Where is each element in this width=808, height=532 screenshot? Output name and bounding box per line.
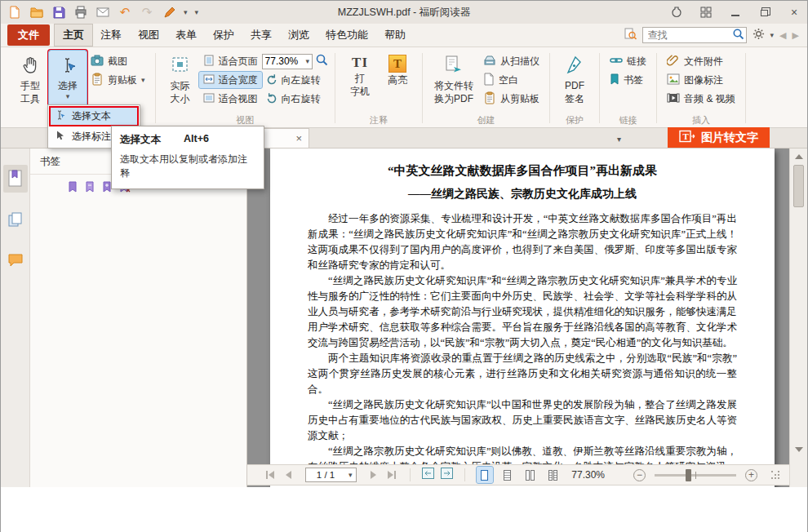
undo-icon[interactable]: ↶ [118,5,132,20]
tab-view[interactable]: 视图 [130,24,167,46]
pdf-sign-button[interactable]: PDF 签名 [556,51,593,108]
tab-comment[interactable]: 注释 [92,24,130,46]
prev-page-button[interactable] [286,471,291,479]
close-tab-icon[interactable]: × [295,134,302,144]
zoom-slider[interactable] [655,474,736,477]
image-annotation-button[interactable]: 图像标注 [663,72,739,88]
find-next-icon[interactable]: ▶ [792,30,799,41]
customize-toolbar-caret-icon[interactable]: ▾ [195,9,199,16]
select-text-icon [55,109,66,123]
tab-help[interactable]: 帮助 [376,24,414,46]
document-page[interactable]: “中英文丝路文献数据库多国合作项目”再出新成果 ——丝绸之路民族、宗教历史文化库… [270,149,775,487]
tab-list-caret-icon[interactable]: ▾ [617,135,621,144]
search-icon[interactable] [732,28,744,43]
email-icon[interactable] [95,5,110,20]
tab-form[interactable]: 表单 [167,24,205,46]
zoom-slider-thumb[interactable] [686,469,691,481]
account-icon[interactable] [670,6,683,19]
page-number-box[interactable]: 1 / 1 ▾ [305,468,357,482]
layout-single-icon[interactable] [477,467,493,483]
tooltip-shortcut: Alt+6 [184,133,209,147]
tab-file[interactable]: 文件 [7,24,50,46]
fit-page-button[interactable]: 适合页面 [199,53,262,69]
blank-page-button[interactable]: 空白 [479,72,544,88]
link-button[interactable]: 链接 [606,53,650,69]
new-file-icon[interactable] [7,5,22,20]
tab-protect[interactable]: 保护 [205,24,242,46]
zoom-level-input[interactable] [265,55,306,67]
fit-column: 适合页面 适合宽度 适合视图 [199,51,262,107]
tab-browse[interactable]: 浏览 [280,24,317,46]
from-scanner-button[interactable]: 从扫描仪 [479,53,544,69]
clipboard-caret-icon: ▾ [141,77,145,83]
clipboard-button[interactable]: 剪贴板 ▾ [87,72,149,88]
restore-icon[interactable] [758,6,771,19]
actual-size-button[interactable]: 实际 大小 [162,51,199,108]
actual-size-icon [171,55,190,78]
scrollbar-thumb[interactable] [793,165,804,207]
ocr-button[interactable]: T 图片转文字 [668,127,770,148]
window-controls: × [670,6,801,19]
snapshot-button[interactable]: 截图 [87,53,149,69]
zoom-caret-icon[interactable]: ▾ [306,58,310,64]
tooltip-description: 选取文本用以复制或者添加注释 [120,153,255,180]
resize-grip[interactable] [771,471,773,472]
doc-title: “中英文丝路文献数据库多国合作项目”再出新成果 [308,163,737,179]
file-attachment-button[interactable]: 文件附件 [663,53,739,69]
bookmark-tool-icon[interactable] [68,181,78,196]
open-folder-icon[interactable] [29,5,44,20]
zoom-in-button[interactable]: + [745,469,757,481]
next-view-icon[interactable] [441,468,453,482]
tooltip-title: 选择文本 [120,133,161,147]
nav-pages-icon[interactable] [3,206,28,233]
group-protect: PDF 签名 保护 [550,49,599,127]
scrollbar-down-icon[interactable] [790,443,807,456]
nav-comments-icon[interactable] [3,246,28,274]
from-clipboard-button[interactable]: 从剪贴板 [479,91,544,107]
audio-video-button[interactable]: 音频 & 视频 [663,91,739,107]
print-icon[interactable] [73,5,88,20]
tab-home[interactable]: 主页 [55,24,92,46]
previous-view-icon[interactable] [422,468,434,482]
page-caret-icon[interactable]: ▾ [349,472,353,478]
next-page-button[interactable] [371,471,376,479]
document-area[interactable]: “中英文丝路文献数据库多国合作项目”再出新成果 ——丝绸之路民族、宗教历史文化库… [247,149,789,487]
vertical-scrollbar[interactable] [789,149,807,487]
bookmark-tool-icon[interactable] [85,181,95,196]
fit-visible-button[interactable]: 适合视图 [199,91,262,107]
select-button[interactable]: 选择 ▾ [49,51,87,108]
tab-features[interactable]: 特色功能 [317,24,376,46]
settings-gear-icon[interactable] [753,28,765,43]
layout-facing-continuous-icon[interactable] [545,467,562,483]
typewriter-button[interactable]: TI 打 字机 [341,51,379,108]
layout-continuous-icon[interactable] [499,467,516,483]
search-input[interactable] [648,29,732,41]
left-nav-strip [1,149,30,487]
highlight-button[interactable]: T 高亮 [379,51,416,108]
tab-share[interactable]: 共享 [242,24,280,46]
first-page-button[interactable] [266,471,274,479]
layout-facing-icon[interactable] [522,467,539,483]
close-icon[interactable]: × [788,6,801,19]
zoom-out-button[interactable]: − [633,469,646,481]
hand-tool-button[interactable]: 手型 工具 [11,51,49,108]
find-previous-icon[interactable]: ◀ [779,30,786,41]
nav-bookmarks-icon[interactable] [3,165,28,193]
signature-pen-icon[interactable] [162,5,176,20]
fit-width-button[interactable]: 适合宽度 [199,72,262,88]
convert-to-pdf-button[interactable]: 将文件转 换为PDF [428,51,479,108]
redo-icon[interactable]: ↷ [140,5,154,20]
rotate-left-button[interactable]: 向左旋转 [262,72,330,88]
menu-item-select-text[interactable]: 选择文本 [49,106,139,126]
rotate-right-button[interactable]: 向右旋转 [262,91,330,107]
last-page-button[interactable] [388,471,396,479]
signature-caret-icon[interactable]: ▾ [184,9,188,16]
hand-icon [20,55,40,78]
minimize-icon[interactable] [729,6,742,19]
layout-grid-icon[interactable] [699,6,713,19]
scrollbar-up-icon[interactable] [790,150,807,163]
bookmark-button[interactable]: 书签 [606,72,650,88]
magnifier-icon[interactable] [315,53,329,70]
settings-caret-icon[interactable]: ▾ [770,32,775,38]
save-icon[interactable] [51,5,66,20]
